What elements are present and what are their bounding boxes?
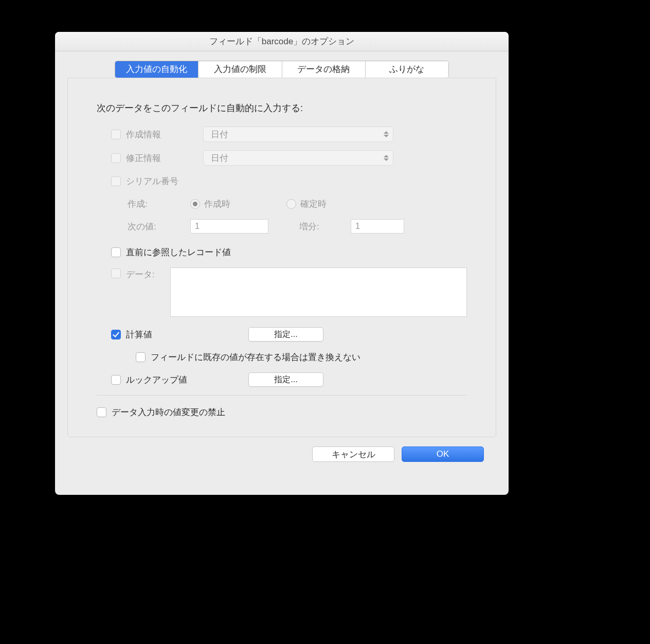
- select-modification-value: 日付: [211, 152, 228, 164]
- label-generate: 作成:: [128, 198, 190, 210]
- button-specify-calc[interactable]: 指定...: [248, 327, 323, 342]
- label-increment: 増分:: [299, 221, 351, 232]
- row-no-replace: フィールドに既存の値が存在する場合は置き換えない: [97, 350, 467, 364]
- row-lookup: ルックアップ値 指定...: [97, 372, 467, 387]
- tab-bar: 入力値の自動化 入力値の制限 データの格納 ふりがな: [115, 61, 449, 78]
- ok-button[interactable]: OK: [402, 446, 484, 462]
- dialog-footer: キャンセル OK: [67, 437, 496, 462]
- checkbox-prohibit[interactable]: [97, 407, 106, 417]
- tab-validation[interactable]: 入力値の制限: [198, 61, 282, 78]
- label-serial: シリアル番号: [126, 175, 178, 187]
- row-creation: 作成情報 日付: [97, 127, 467, 142]
- label-on-commit: 確定時: [300, 198, 327, 210]
- input-next-value[interactable]: [190, 219, 268, 234]
- row-serial: シリアル番号: [97, 174, 467, 188]
- tab-auto-enter[interactable]: 入力値の自動化: [115, 61, 198, 78]
- label-prohibit: データ入力時の値変更の禁止: [112, 406, 225, 418]
- checkbox-serial[interactable]: [111, 176, 121, 186]
- tab-storage[interactable]: データの格納: [282, 61, 366, 78]
- checkbox-creation[interactable]: [111, 130, 121, 139]
- label-modification: 修正情報: [126, 152, 203, 164]
- select-creation[interactable]: 日付: [203, 127, 393, 142]
- row-data: データ:: [97, 267, 467, 317]
- checkbox-no-replace[interactable]: [136, 352, 146, 362]
- label-data: データ:: [126, 269, 170, 280]
- label-last-visited: 直前に参照したレコード値: [126, 246, 231, 258]
- checkbox-data[interactable]: [111, 269, 121, 278]
- radio-on-commit[interactable]: [286, 199, 296, 209]
- label-next-value: 次の値:: [128, 221, 190, 232]
- input-increment[interactable]: [351, 219, 404, 234]
- tab-furigana[interactable]: ふりがな: [366, 61, 448, 78]
- checkbox-lookup[interactable]: [111, 375, 121, 385]
- row-serial-generate: 作成: 作成時 確定時: [97, 196, 467, 211]
- checkbox-modification[interactable]: [111, 153, 121, 163]
- window-title: フィールド「barcode」のオプション: [55, 32, 509, 51]
- stepper-icon: [383, 131, 390, 137]
- label-on-create: 作成時: [204, 198, 286, 210]
- radio-on-create[interactable]: [190, 199, 200, 209]
- label-creation: 作成情報: [126, 129, 203, 140]
- button-specify-lookup[interactable]: 指定...: [248, 372, 323, 387]
- textarea-data[interactable]: [170, 267, 467, 317]
- stepper-icon: [383, 155, 390, 161]
- checkbox-calculated[interactable]: [111, 330, 121, 339]
- label-lookup: ルックアップ値: [126, 374, 248, 386]
- dialog-body: 入力値の自動化 入力値の制限 データの格納 ふりがな 次のデータをこのフィールド…: [55, 51, 509, 471]
- row-calculated: 計算値 指定...: [97, 327, 467, 342]
- select-modification[interactable]: 日付: [203, 150, 393, 166]
- tab-panel: 次のデータをこのフィールドに自動的に入力する: 作成情報 日付 修正情報 日付: [67, 78, 496, 437]
- label-no-replace: フィールドに既存の値が存在する場合は置き換えない: [151, 351, 360, 363]
- select-creation-value: 日付: [211, 129, 228, 140]
- row-last-visited: 直前に参照したレコード値: [97, 245, 467, 259]
- section-heading: 次のデータをこのフィールドに自動的に入力する:: [97, 102, 467, 114]
- row-prohibit: データ入力時の値変更の禁止: [97, 405, 467, 419]
- dialog-window: フィールド「barcode」のオプション 入力値の自動化 入力値の制限 データの…: [55, 32, 509, 495]
- separator: [97, 395, 467, 396]
- cancel-button[interactable]: キャンセル: [312, 446, 394, 462]
- label-calculated: 計算値: [126, 329, 248, 341]
- checkbox-last-visited[interactable]: [111, 247, 121, 257]
- row-modification: 修正情報 日付: [97, 150, 467, 166]
- row-serial-values: 次の値: 増分:: [97, 219, 467, 234]
